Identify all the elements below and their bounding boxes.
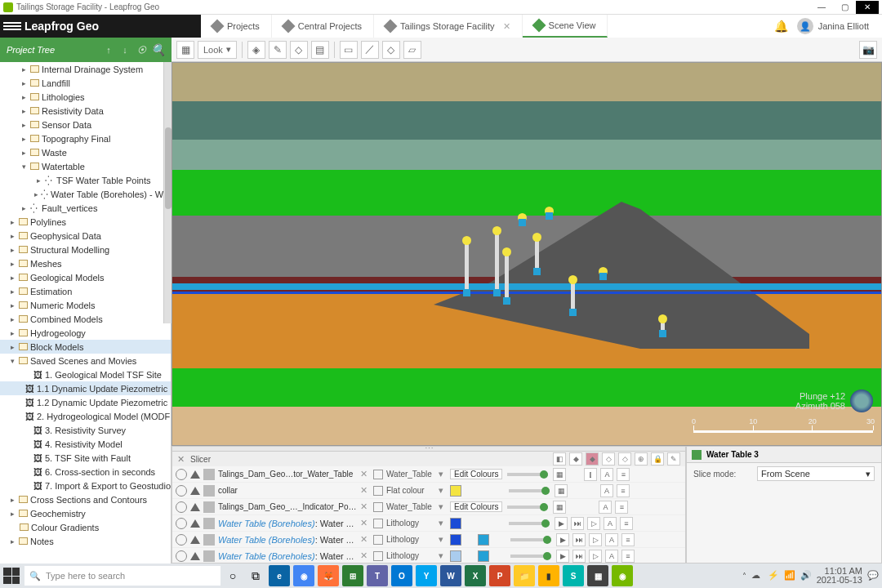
tray-icon[interactable]: 📶: [784, 570, 795, 581]
nav-compass[interactable]: [850, 390, 873, 412]
tree-item-estimation[interactable]: ▸Estimation: [0, 284, 171, 298]
app-calculator[interactable]: ▦: [587, 565, 608, 586]
view-mode-6[interactable]: ⊕: [635, 452, 648, 466]
look-menu[interactable]: Look▾: [198, 41, 237, 59]
opt-button[interactable]: ≡: [620, 517, 633, 530]
notifications-icon[interactable]: 💬: [867, 570, 879, 581]
expand-toggle[interactable]: [190, 536, 200, 544]
tree-item-structural[interactable]: ▸Structural Modelling: [0, 243, 171, 256]
opt-button[interactable]: ⫿: [584, 468, 597, 481]
tree-item-watertable[interactable]: ▾Watertable: [0, 159, 171, 173]
opt-button[interactable]: A: [599, 501, 612, 514]
tree-item-geochem[interactable]: ▸Geochemistry: [0, 506, 171, 520]
expand-toggle[interactable]: [190, 552, 200, 560]
tree-item-scene-5[interactable]: 🖼5. TSF Site with Fault: [0, 451, 171, 465]
maximize-button[interactable]: ▢: [833, 1, 856, 14]
ruler-tool[interactable]: ▤: [311, 41, 329, 59]
tree-item-combined[interactable]: ▸Combined Models: [0, 312, 171, 326]
expand-toggle[interactable]: [190, 519, 200, 528]
tree-item-sensor[interactable]: ▸Sensor Data: [0, 118, 171, 131]
tree-down-icon[interactable]: ↓: [118, 42, 132, 57]
app-outlook[interactable]: O: [391, 565, 412, 586]
tree-item-scene-11[interactable]: 🖼1.1 Dynamic Update Piezometric Data: [0, 381, 171, 395]
tree-item-scene-12[interactable]: 🖼1.2 Dynamic Update Piezometric D…: [0, 395, 171, 409]
menu-button[interactable]: [3, 17, 21, 35]
tree-item-scene-6[interactable]: 🖼6. Cross-section in seconds: [0, 465, 171, 479]
category-dropdown[interactable]: ▾: [439, 518, 447, 528]
tree-item-scene-2[interactable]: 🖼2. Hydrogeological Model (MODFL…: [0, 409, 171, 423]
scene-row[interactable]: collar ✕ Flat colour ▾ ▦ A ≡: [172, 483, 685, 499]
colour-swatch[interactable]: [450, 518, 461, 529]
visibility-toggle[interactable]: [176, 501, 187, 513]
scene-row[interactable]: Water Table (Boreholes): Water Table ✕ L…: [172, 532, 685, 548]
tree-item-fault-vertices[interactable]: ▸⁛Fault_vertices: [0, 201, 171, 215]
expand-toggle[interactable]: [190, 470, 200, 479]
opt-button[interactable]: ≡: [617, 484, 630, 497]
tree-item-meshes[interactable]: ▸Meshes: [0, 256, 171, 270]
edit-colours-button[interactable]: Edit Colours: [450, 469, 502, 479]
tree-item-internal-drainage[interactable]: ▸Internal Drainage System: [0, 62, 171, 76]
opt-button[interactable]: A: [600, 484, 613, 497]
visibility-toggle[interactable]: [176, 534, 187, 546]
view-mode-2[interactable]: ◆: [569, 452, 582, 466]
tab-current-project[interactable]: Tailings Storage Facility✕: [374, 15, 523, 38]
app-nvidia[interactable]: ◉: [612, 565, 633, 586]
bounds-button[interactable]: ▦: [176, 41, 194, 59]
app-firefox[interactable]: 🦊: [318, 565, 339, 586]
tree-item-waste[interactable]: ▸Waste: [0, 145, 171, 159]
opt-button[interactable]: ≡: [617, 468, 630, 481]
tree-item-scene-7[interactable]: 🖼7. Import & Export to Geostudio: [0, 479, 171, 492]
close-button[interactable]: ✕: [856, 1, 879, 14]
next-button[interactable]: ▷: [587, 517, 600, 530]
draw-polygon-tool[interactable]: ◇: [382, 41, 400, 59]
visibility-toggle[interactable]: [176, 469, 187, 480]
project-tree[interactable]: ▸Internal Drainage System ▸Landfill ▸Lit…: [0, 62, 172, 564]
minimize-button[interactable]: —: [810, 1, 833, 14]
opacity-slider[interactable]: [510, 538, 551, 541]
tree-item-scene-1[interactable]: 🖼1. Geological Model TSF Site: [0, 368, 171, 381]
remove-button[interactable]: ✕: [360, 485, 370, 496]
category-dropdown[interactable]: ▾: [439, 501, 447, 512]
tree-item-polylines[interactable]: ▸Polylines: [0, 215, 171, 229]
tree-item-geophysical[interactable]: ▸Geophysical Data: [0, 229, 171, 243]
tree-item-cross-sections[interactable]: ▸Cross Sections and Contours: [0, 492, 171, 506]
play-button[interactable]: ▶: [555, 517, 568, 530]
view-mode-5[interactable]: ◇: [618, 452, 631, 466]
tab-central-projects[interactable]: Central Projects: [272, 15, 374, 38]
scene-row[interactable]: Talings_Dam_Geo_…_Indicator_Points ✕ Wat…: [172, 499, 685, 515]
tree-item-scene-4[interactable]: 🖼4. Resistivity Model: [0, 437, 171, 451]
tab-scene-view[interactable]: Scene View: [523, 15, 608, 38]
tray-chevron[interactable]: ˄: [742, 572, 746, 581]
opt-button[interactable]: ≡: [621, 533, 635, 546]
category-dropdown[interactable]: ▾: [439, 485, 447, 496]
next-button[interactable]: ▷: [589, 550, 602, 563]
close-icon[interactable]: ✕: [503, 21, 510, 32]
tree-item-wt-boreholes[interactable]: ▸⁛Water Table (Boreholes) - Water…: [0, 187, 171, 201]
colour-swatch[interactable]: [450, 485, 461, 497]
tree-item-numeric[interactable]: ▸Numeric Models: [0, 298, 171, 312]
opt-button[interactable]: ▦: [555, 484, 568, 497]
remove-button[interactable]: ✕: [360, 534, 370, 545]
step-button[interactable]: ⏭: [572, 533, 586, 546]
visibility-toggle[interactable]: [176, 518, 187, 529]
opt-button[interactable]: A: [600, 468, 613, 481]
opt-button[interactable]: ▦: [553, 501, 566, 514]
colour-swatch[interactable]: [450, 534, 461, 546]
search-icon[interactable]: 🔍: [150, 42, 165, 57]
tree-item-saved[interactable]: ▾Saved Scenes and Movies: [0, 354, 171, 368]
app-teams[interactable]: T: [367, 565, 388, 586]
opt-button[interactable]: ≡: [615, 501, 628, 514]
app-excel-online[interactable]: ⊞: [342, 565, 363, 586]
avatar[interactable]: [797, 18, 813, 34]
taskview-icon[interactable]: ⧉: [245, 565, 266, 586]
visibility-toggle[interactable]: [176, 485, 187, 497]
viewport-3d[interactable]: Plunge +12 Azimuth 058 0 10 20 30: [172, 62, 882, 446]
edit-colours-button[interactable]: Edit Colours: [450, 501, 502, 512]
view-mode-3[interactable]: ◆: [586, 452, 599, 466]
eraser-tool[interactable]: ▱: [403, 41, 421, 59]
remove-button[interactable]: ✕: [360, 550, 370, 561]
app-powerpoint[interactable]: P: [489, 565, 510, 586]
tree-item-resistivity[interactable]: ▸Resistivity Data: [0, 104, 171, 118]
measure-tool[interactable]: ✎: [269, 41, 287, 59]
slicer-tool[interactable]: ◈: [247, 41, 265, 59]
